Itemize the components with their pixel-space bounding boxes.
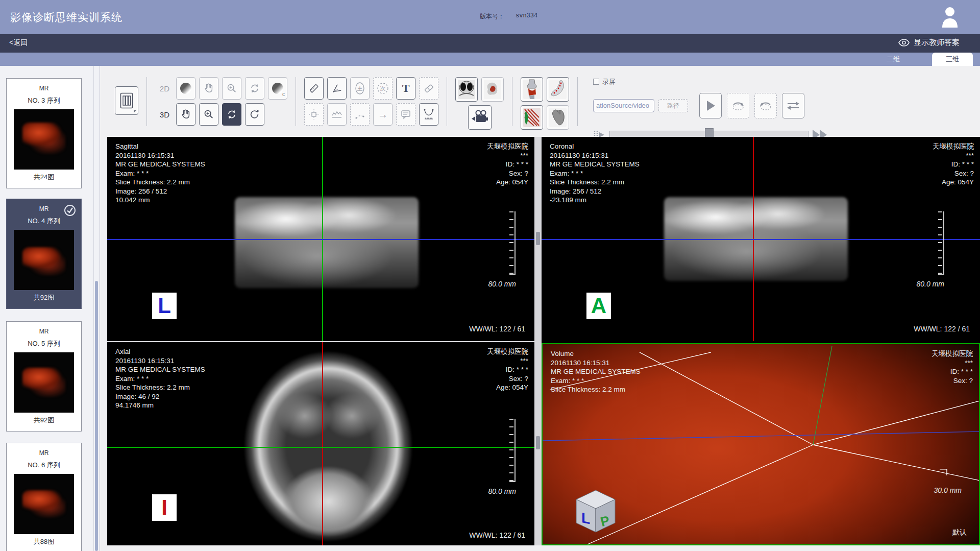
swing-mode-button[interactable] (782, 93, 804, 118)
record-label: 录屏 (602, 77, 616, 86)
axial-info: Axial 20161130 16:15:31 MR GE MEDICAL SY… (115, 347, 205, 410)
series-count: 共88图 (7, 537, 81, 546)
sidebar-scrollbar[interactable] (93, 66, 99, 551)
pan-2d-button[interactable] (199, 77, 218, 100)
series-card-4[interactable]: MR NO. 4 序列 共92图 (6, 199, 82, 309)
record-checkbox[interactable] (593, 79, 599, 85)
show-answer-label: 显示教师答案 (914, 38, 960, 47)
series-name: NO. 5 序列 (7, 339, 81, 348)
series-name: NO. 3 序列 (7, 96, 81, 105)
scale-ruler (938, 211, 944, 275)
series-modality: MR (7, 328, 81, 335)
arc-spline-button[interactable] (350, 103, 370, 126)
volume-default-preset-label[interactable]: 默认 (952, 528, 967, 537)
back-button[interactable]: <返回 (9, 38, 28, 47)
rotate-3d-button[interactable] (222, 103, 241, 126)
video-path-input[interactable]: ationSource/video (593, 99, 654, 112)
secondary-label: 次 (380, 85, 386, 92)
ruler-measure-button[interactable] (304, 77, 324, 100)
vessel-preset-button[interactable] (481, 77, 504, 102)
rotate-loop-icon (226, 109, 237, 120)
foot-preset-button[interactable] (547, 77, 569, 102)
reset-rotation-button[interactable] (245, 103, 264, 126)
rotate-cw-play-button[interactable] (727, 93, 749, 118)
divider-handle[interactable] (536, 436, 540, 449)
play-button[interactable] (699, 93, 722, 118)
series-name: NO. 4 序列 (7, 217, 81, 226)
hand-icon (180, 108, 191, 121)
axial-patient-info: 天堰模拟医院 *** ID: * * * Sex: ? Age: 054Y (487, 347, 528, 392)
eraser-button[interactable] (419, 77, 438, 100)
curve-measure-button[interactable] (419, 103, 438, 126)
video-camera-icon (471, 110, 488, 125)
crosshair-vertical-red[interactable] (322, 342, 323, 545)
viewport-volume[interactable]: Volume 20161130 16:15:31 MR GE MEDICAL S… (542, 343, 980, 545)
user-avatar-icon[interactable] (941, 6, 959, 28)
app-title: 影像诊断思维实训系统 (10, 10, 122, 25)
viewport-horizontal-divider[interactable] (107, 341, 534, 342)
version-label: 版本号： (480, 12, 504, 21)
arrow-annotation-button[interactable]: → (373, 103, 393, 126)
knee-joint-icon (523, 79, 541, 100)
magnifier-plus-icon (203, 109, 214, 120)
tab-2d[interactable]: 二维 (873, 53, 914, 66)
view-mode-tabs: 二维 三维 (0, 53, 980, 66)
heart-gray-icon (549, 107, 567, 128)
roi-box-button[interactable] (304, 103, 324, 126)
window-level-2d-button[interactable] (176, 77, 195, 100)
sidebar-scrollbar-thumb[interactable] (95, 281, 98, 551)
viewport-sagittal[interactable]: Sagittal 20161130 16:15:31 MR GE MEDICAL… (107, 137, 534, 341)
crosshair-horizontal-green[interactable] (107, 447, 534, 448)
lung-preset-button[interactable] (455, 77, 478, 102)
tab-3d[interactable]: 三维 (932, 53, 973, 66)
divider-handle[interactable] (536, 232, 540, 245)
ellipse-primary-button[interactable]: 主 (350, 77, 370, 100)
circle-secondary-button[interactable]: 次 (373, 77, 393, 100)
version-value: svn334 (516, 12, 537, 21)
zoom-2d-button[interactable] (222, 77, 241, 100)
heart-preset-button[interactable] (547, 105, 569, 130)
scale-label: 80.0 mm (488, 487, 516, 495)
comment-button[interactable] (396, 103, 415, 126)
angle-measure-button[interactable] (327, 77, 347, 100)
scale-label: 80.0 mm (917, 280, 944, 288)
histogram-button[interactable] (327, 103, 347, 126)
invert-2d-button[interactable]: c (268, 77, 287, 100)
series-card-5[interactable]: MR NO. 5 序列 共92图 (6, 321, 82, 432)
lung-ct-icon (457, 79, 476, 100)
magnifier-plus-icon (226, 83, 237, 94)
orientation-cube[interactable]: L P (570, 486, 621, 535)
rotate-ccw-play-button[interactable] (754, 93, 777, 118)
viewport-axial[interactable]: Axial 20161130 16:15:31 MR GE MEDICAL SY… (107, 342, 534, 545)
window-level-label: WW/WL: 122 / 61 (469, 531, 525, 539)
orientation-letter-inferior: I (152, 494, 177, 521)
show-teacher-answer-button[interactable]: 显示教师答案 (898, 38, 960, 47)
foot-icon (549, 79, 567, 100)
series-modality: MR (7, 449, 81, 457)
curve-ruler-icon (423, 108, 435, 121)
knee-preset-button[interactable] (521, 77, 543, 102)
export-video-button[interactable] (468, 105, 492, 130)
invert-suffix: c (282, 91, 285, 97)
arc-icon (354, 108, 366, 121)
toolbar-divider (447, 77, 447, 126)
crosshair-horizontal-blue[interactable] (107, 239, 534, 240)
fiber-preset-button[interactable] (521, 105, 543, 130)
sagittal-info: Sagittal 20161130 16:15:31 MR GE MEDICAL… (115, 142, 205, 205)
layout-button[interactable] (115, 86, 138, 115)
rotate-2d-button[interactable] (245, 77, 264, 100)
zoom-3d-button[interactable] (199, 103, 218, 126)
crosshair-horizontal-blue[interactable] (542, 239, 980, 240)
window-level-icon (180, 83, 191, 94)
nav-bar: <返回 显示教师答案 (0, 34, 980, 53)
series-card-6[interactable]: MR NO. 6 序列 共88图 (6, 443, 82, 551)
viewport-coronal[interactable]: Coronal 20161130 16:15:31 MR GE MEDICAL … (542, 137, 980, 341)
text-annotation-button[interactable]: T (396, 77, 415, 100)
series-modality: MR (7, 85, 81, 92)
viewport-vertical-divider[interactable] (534, 137, 542, 545)
series-thumbnail (14, 352, 74, 413)
series-card-3[interactable]: MR NO. 3 序列 共24图 (6, 78, 82, 188)
pan-3d-button[interactable] (176, 103, 195, 126)
hand-icon (203, 82, 214, 94)
path-button[interactable]: 路径 (658, 99, 688, 112)
